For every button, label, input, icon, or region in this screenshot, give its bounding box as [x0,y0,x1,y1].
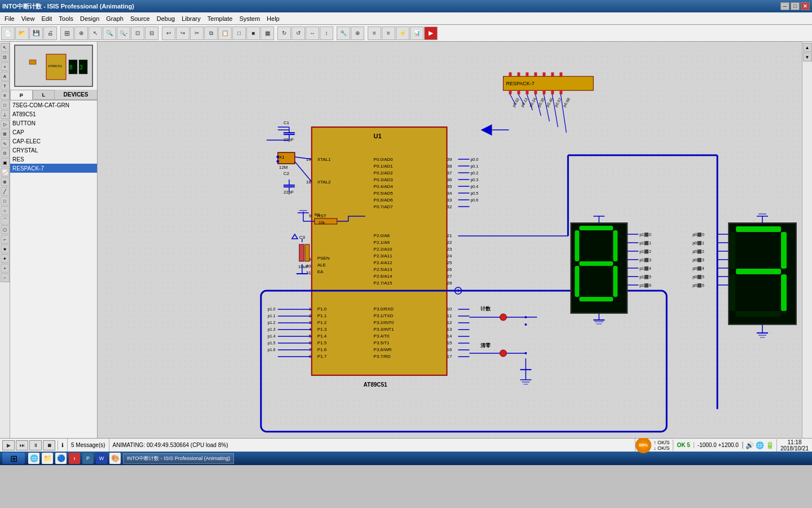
toolbar-model[interactable]: 📊 [410,27,423,40]
right-down[interactable]: ▼ [803,52,812,62]
device-7seg[interactable]: 7SEG-COM-CAT-GRN [10,100,97,110]
device-respack7[interactable]: RESPACK-7 [10,164,97,173]
terminal-tool[interactable]: ⊥ [1,110,10,119]
toolbar-copy[interactable]: ⧉ [204,27,218,40]
toolbar-block3[interactable]: ▦ [261,27,274,40]
maximize-button[interactable]: □ [791,2,800,10]
graph-tool[interactable]: 📈 [1,168,10,177]
menu-tools[interactable]: Tools [55,14,77,23]
hier-block-tool[interactable]: ⊞ [1,129,10,138]
device-at89c51[interactable]: AT89C51 [10,110,97,119]
step-button[interactable]: ⏭ [16,440,28,450]
toolbar-zoom-out[interactable]: 🔍- [117,27,130,40]
device-cap-elec[interactable]: CAP-ELEC [10,137,97,146]
taskbar-icon-word[interactable]: W [96,453,107,464]
toolbar-zoom-fit[interactable]: ⊡ [131,27,144,40]
taskbar-active-window[interactable]: INTO中断计数 - ISIS Professional (Animating) [123,453,234,464]
zoom-in-btn[interactable]: + [1,264,10,273]
pin-p10: P1.0 [317,306,327,312]
marker-tool[interactable]: ✦ [1,254,10,263]
taskbar-icon-browser[interactable]: 🌐 [28,453,39,464]
menu-debug[interactable]: Debug [153,14,178,23]
select-tool[interactable]: ↖ [1,43,10,52]
toolbar-zoom-in[interactable]: 🔍 [103,27,116,40]
taskbar-icon-ie[interactable]: 🔵 [55,453,67,464]
toolbar-grid[interactable]: ⊞ [60,27,74,40]
text-tool[interactable]: T [1,81,10,90]
pause-button[interactable]: ⏸ [29,440,42,450]
toolbar-undo[interactable]: ↩ [162,27,175,40]
device-button[interactable]: BUTTON [10,119,97,128]
dc-tool[interactable]: ⊕ [1,177,10,186]
right-up[interactable]: ▲ [803,43,812,52]
circle-tool[interactable]: ○ [1,206,10,215]
generator-tool[interactable]: ∿ [1,139,10,148]
toolbar-autoplace[interactable]: ⊕ [351,27,364,40]
toolbar-block2[interactable]: ■ [246,27,260,40]
toolbar-bom[interactable]: ≡ [382,27,395,40]
menu-system[interactable]: System [236,14,263,23]
device-crystal[interactable]: CRYSTAL [10,146,97,155]
pin-p0ad6: P0.6/AD6 [374,198,394,203]
taskbar-icon-isis[interactable]: I [69,453,80,464]
toolbar-new[interactable]: 📄 [1,27,15,40]
tab-p[interactable]: P [10,90,33,100]
box-tool[interactable]: □ [1,196,10,205]
toolbar-paste[interactable]: 📋 [218,27,232,40]
bus-tool[interactable]: ≡ [1,91,10,100]
tab-l[interactable]: L [33,90,55,100]
menu-file[interactable]: File [1,14,18,23]
wire-label-tool[interactable]: A [1,72,10,81]
port-tool[interactable]: ▷ [1,120,10,129]
reset-button[interactable] [500,350,506,357]
toolbar-print[interactable]: 🖨 [43,27,57,40]
probe-tool[interactable]: ⊙ [1,148,10,157]
menu-source[interactable]: Source [127,14,153,23]
taskbar-icon-prog[interactable]: P [82,453,94,464]
menu-help[interactable]: Help [263,14,283,23]
arc-tool[interactable]: ⌒ [1,216,10,225]
menu-library[interactable]: Library [178,14,204,23]
subcircuit-tool[interactable]: □ [1,100,10,110]
toolbar-flip-h[interactable]: ↔ [306,27,319,40]
toolbar-origin[interactable]: ⊕ [74,27,88,40]
device-res[interactable]: RES [10,155,97,164]
taskbar-icon-paint[interactable]: 🎨 [109,453,121,464]
zoom-out-btn[interactable]: − [1,273,10,282]
canvas-area[interactable]: RESPACK-7 [98,42,802,438]
tape-tool[interactable]: ▣ [1,158,10,167]
toolbar-property[interactable]: 🔧 [337,27,350,40]
close-button[interactable]: ✕ [801,2,810,10]
minimize-button[interactable]: ─ [780,2,789,10]
menu-template[interactable]: Template [204,14,236,23]
menu-edit[interactable]: Edit [38,14,55,23]
toolbar-netlist[interactable]: ≡ [368,27,381,40]
junction-tool[interactable]: + [1,62,10,71]
menu-view[interactable]: View [18,14,38,23]
toolbar-open[interactable]: 📂 [15,27,29,40]
toolbar-rotate-ccw[interactable]: ↺ [292,27,305,40]
toolbar-block[interactable]: □ [232,27,246,40]
menu-graph[interactable]: Graph [103,14,127,23]
menu-design[interactable]: Design [77,14,103,23]
toolbar-save[interactable]: 💾 [29,27,43,40]
toolbar-redo[interactable]: ↪ [176,27,189,40]
line-tool[interactable]: ╱ [1,187,10,196]
toolbar-electrical[interactable]: ⚡ [396,27,409,40]
toolbar-flip-v[interactable]: ↕ [320,27,333,40]
stop-button[interactable]: ⏹ [43,440,55,450]
toolbar-rotate-cw[interactable]: ↻ [277,27,291,40]
toolbar-sim[interactable]: ▶ [424,27,438,40]
count-button[interactable] [500,314,506,321]
start-button[interactable]: ⊞ [2,453,25,464]
device-cap[interactable]: CAP [10,128,97,137]
toolbar-zoom-area[interactable]: ⊟ [145,27,158,40]
poly-tool[interactable]: ⬡ [1,225,10,234]
toolbar-cut[interactable]: ✂ [190,27,204,40]
path-tool[interactable]: ⌐ [1,235,10,244]
component-tool[interactable]: ⊡ [1,52,10,62]
toolbar-cursor[interactable]: ↖ [89,27,102,40]
taskbar-icon-folder[interactable]: 📁 [42,453,53,464]
symbol-tool[interactable]: ★ [1,244,10,253]
play-button[interactable]: ▶ [2,440,15,450]
